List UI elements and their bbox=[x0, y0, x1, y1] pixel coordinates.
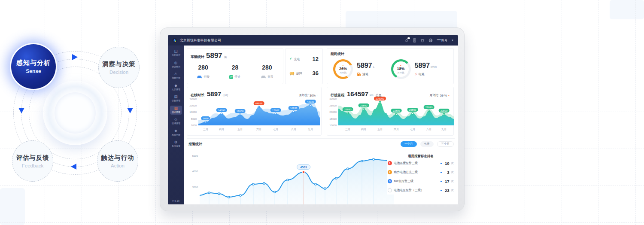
gauge-caption: 月环比 bbox=[340, 72, 347, 74]
count-unit: 次 bbox=[451, 179, 454, 183]
arrow-up-icon: ▲ bbox=[448, 94, 450, 97]
data-point-label: 16933 bbox=[289, 106, 299, 110]
x-axis-label: 六月 bbox=[256, 128, 261, 131]
sidebar-items: ◫实时监控◎轨迹查询⚠报警管理☻人员管理▤设备管理▥统计管理◇区域管理❖权限管理… bbox=[170, 49, 182, 151]
alarm-plot: 5000400030004569 bbox=[188, 150, 395, 204]
row-value: 36 bbox=[313, 70, 319, 76]
card-title: 在线时长 bbox=[191, 93, 204, 97]
x-axis-label: 九月 bbox=[441, 128, 447, 131]
x-axis-label: 四月 bbox=[219, 128, 224, 131]
gauge-value: 5897L bbox=[357, 62, 375, 70]
diagram-node-decision: 洞察与决策 Decision bbox=[98, 47, 140, 88]
online-unit: 小时 bbox=[222, 94, 228, 97]
mileage-chart-header: 行驶里程 164597 km 公里 月环比: 59 % ▲ bbox=[327, 87, 453, 97]
mom-label: 月环比: bbox=[299, 93, 309, 97]
gauge-text: 5897kWh⚡电耗 bbox=[415, 62, 437, 76]
y-axis-label: 25000 bbox=[327, 104, 337, 107]
arrow-down-right-icon bbox=[127, 108, 133, 113]
range-button-1[interactable]: 七天 bbox=[420, 141, 434, 147]
bell-icon[interactable] bbox=[404, 38, 409, 43]
range-button-2[interactable]: 三个月 bbox=[437, 141, 454, 147]
gauge-unit: L bbox=[373, 65, 375, 68]
stats-icon: ▥ bbox=[174, 106, 177, 110]
mileage-total: 164597 bbox=[347, 90, 368, 97]
grid-line-horizontal bbox=[0, 222, 644, 223]
globe-icon[interactable] bbox=[428, 38, 433, 43]
car-driving-icon bbox=[197, 75, 202, 79]
sidebar: ◫实时监控◎轨迹查询⚠报警管理☻人员管理▤设备管理▥统计管理◇区域管理❖权限管理… bbox=[168, 46, 184, 204]
x-axis-label: 六月 bbox=[394, 128, 399, 131]
data-point-label: 14098 bbox=[216, 108, 227, 112]
car-abnormal-icon bbox=[261, 75, 266, 79]
x-axis-label: 七月 bbox=[273, 128, 278, 131]
y-axis-label: 20000 bbox=[327, 111, 337, 113]
sidebar-item-stats[interactable]: ▥统计管理 bbox=[170, 106, 182, 115]
gauge-text: 5897L油耗 bbox=[357, 62, 375, 77]
alarm-count: 3 bbox=[444, 170, 450, 175]
gauge-inner: ▲18%月环比 bbox=[393, 61, 409, 77]
theme-shirt-icon[interactable] bbox=[420, 39, 425, 43]
card-title: 报警统计 bbox=[188, 142, 202, 146]
charge-fault-row-充电: ⚡充电12 bbox=[286, 52, 322, 66]
data-point-label: 17602 bbox=[270, 108, 281, 112]
x-axis-label: 九月 bbox=[308, 128, 313, 131]
document-icon[interactable] bbox=[413, 38, 416, 43]
sidebar-item-monitor[interactable]: ◫实时监控 bbox=[170, 49, 182, 58]
stat-label: 行驶 bbox=[204, 75, 210, 79]
online-total: 5897 bbox=[207, 90, 221, 97]
grid-line-vertical bbox=[525, 0, 525, 225]
sidebar-item-users[interactable]: ☻人员管理 bbox=[170, 83, 182, 92]
vehicle-stat-停止: 28P停止 bbox=[219, 64, 251, 79]
parking-icon: P bbox=[229, 75, 233, 79]
app-titlebar: 北京新锐科创科技有限公司 ****账号 ▼ bbox=[168, 35, 458, 46]
lightning-red-icon: ⚡ bbox=[415, 73, 417, 76]
energy-header: 能耗统计 bbox=[327, 49, 453, 56]
chevron-down-icon[interactable]: ▼ bbox=[451, 39, 454, 42]
ranking-item: 3soc低报警三级17次 bbox=[388, 177, 454, 185]
row-label: 充电 bbox=[294, 57, 300, 61]
mom-value: 30% bbox=[310, 94, 316, 97]
count-marker bbox=[440, 181, 442, 182]
grid-line-vertical bbox=[635, 0, 636, 225]
grid-line-vertical bbox=[598, 0, 599, 225]
ranking-item: 电池电压报警（三级）23次 bbox=[388, 186, 454, 195]
permission-icon: ❖ bbox=[174, 129, 178, 133]
node-subtitle: Action bbox=[111, 163, 125, 168]
lightning-green-icon: ⚡ bbox=[289, 57, 292, 61]
gauge-label-row: 油耗 bbox=[357, 72, 375, 77]
data-point-label: 236900 bbox=[374, 97, 386, 100]
vehicle-stat-异常: 280异常 bbox=[251, 64, 283, 79]
gauge-ring: ▲26%月环比 bbox=[333, 59, 353, 79]
range-button-0[interactable]: 一个月 bbox=[401, 141, 417, 147]
bell-icon: ⚠ bbox=[174, 72, 178, 76]
card-title: 能耗统计 bbox=[331, 52, 344, 56]
y-axis-label: 5000 bbox=[188, 155, 198, 157]
charge-fault-row-故障: 故障36 bbox=[286, 66, 322, 80]
account-name[interactable]: ****账号 bbox=[437, 38, 447, 43]
node-subtitle: Feedback bbox=[22, 163, 44, 168]
rank-badge: 1 bbox=[388, 161, 392, 165]
node-subtitle: Sense bbox=[26, 68, 41, 74]
stat-label-row: 行驶 bbox=[197, 75, 210, 79]
vehicle-stat-行驶: 280行驶 bbox=[187, 64, 219, 79]
ranking-title: 通用报警标志排名 bbox=[388, 154, 454, 158]
alarm-section: 报警统计 一个月七天三个月 5000400030004569 通用报警标志排名 … bbox=[187, 138, 455, 204]
alarm-range-buttons: 一个月七天三个月 bbox=[401, 141, 454, 147]
grid-line-vertical bbox=[562, 0, 562, 225]
gauge-percent: 26% bbox=[339, 67, 347, 71]
y-axis-label: 1000 bbox=[187, 124, 197, 127]
sidebar-item-label: 权限管理 bbox=[171, 134, 180, 136]
sidebar-item-permission[interactable]: ❖权限管理 bbox=[170, 128, 182, 137]
charge-fault-card: ⚡充电12故障36 bbox=[285, 48, 323, 84]
sidebar-item-label: 系统设置 bbox=[171, 145, 180, 147]
sidebar-item-device[interactable]: ▤设备管理 bbox=[170, 94, 182, 103]
sidebar-item-route[interactable]: ◎轨迹查询 bbox=[170, 60, 182, 69]
sidebar-item-region[interactable]: ◇区域管理 bbox=[170, 117, 182, 126]
x-axis-label: 三月 bbox=[345, 128, 350, 131]
sidebar-item-settings[interactable]: ⚙系统设置 bbox=[170, 140, 182, 149]
online-mom: 月环比: 30% ↓ bbox=[299, 93, 318, 97]
mileage-unit: km bbox=[370, 94, 374, 97]
arrow-right-icon bbox=[72, 54, 78, 60]
route-icon: ◎ bbox=[174, 61, 177, 65]
sidebar-item-bell[interactable]: ⚠报警管理 bbox=[170, 71, 182, 80]
